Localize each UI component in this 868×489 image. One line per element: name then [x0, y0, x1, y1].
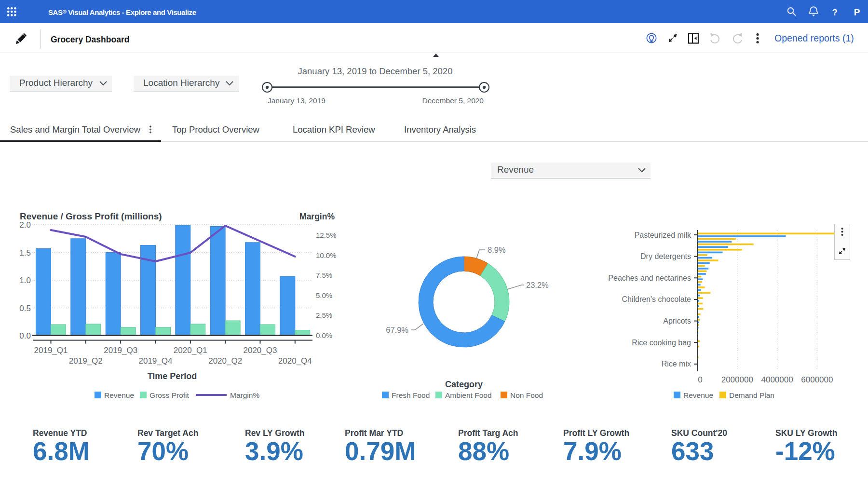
svg-text:Revenue: Revenue — [104, 391, 134, 399]
svg-text:Fresh Food: Fresh Food — [392, 391, 430, 399]
svg-text:2.0: 2.0 — [19, 220, 31, 230]
svg-text:23.2%: 23.2% — [526, 281, 549, 289]
svg-text:8.9%: 8.9% — [488, 245, 506, 254]
svg-text:2000000: 2000000 — [721, 375, 753, 384]
svg-text:2020_Q4: 2020_Q4 — [278, 356, 312, 366]
svg-text:2019_Q2: 2019_Q2 — [69, 356, 103, 366]
svg-text:Category: Category — [445, 380, 483, 389]
svg-text:2020_Q1: 2020_Q1 — [174, 346, 207, 355]
svg-text:Revenue: Revenue — [683, 391, 713, 399]
svg-text:Demand Plan: Demand Plan — [729, 391, 774, 399]
svg-text:7.5%: 7.5% — [316, 271, 332, 279]
svg-text:4000000: 4000000 — [761, 375, 793, 384]
svg-text:1.5: 1.5 — [19, 248, 31, 258]
svg-text:0.0%: 0.0% — [316, 331, 332, 340]
svg-text:Time Period: Time Period — [148, 371, 197, 381]
svg-text:Margin%: Margin% — [230, 391, 259, 399]
svg-text:Pasteurized milk: Pasteurized milk — [635, 231, 692, 239]
svg-text:Peaches and nectarines: Peaches and nectarines — [608, 274, 691, 282]
svg-text:Rice mix: Rice mix — [662, 360, 691, 368]
svg-text:Revenue / Gross Profit (millio: Revenue / Gross Profit (millions) — [20, 211, 162, 221]
svg-text:2019_Q4: 2019_Q4 — [139, 356, 173, 366]
svg-text:2020_Q2: 2020_Q2 — [208, 356, 242, 366]
svg-text:0.0: 0.0 — [19, 331, 31, 340]
svg-text:Non Food: Non Food — [510, 391, 543, 399]
svg-text:2020_Q3: 2020_Q3 — [244, 346, 277, 355]
svg-text:10.0%: 10.0% — [316, 251, 337, 259]
svg-text:Gross Profit: Gross Profit — [149, 391, 190, 399]
svg-text:Rice cooking bag: Rice cooking bag — [632, 339, 691, 347]
svg-text:0.5: 0.5 — [19, 304, 31, 313]
svg-text:2019_Q3: 2019_Q3 — [104, 346, 137, 355]
svg-text:2.5%: 2.5% — [316, 311, 332, 319]
svg-text:Dry detergents: Dry detergents — [640, 252, 691, 260]
svg-text:Ambient Food: Ambient Food — [445, 391, 492, 399]
svg-text:6000000: 6000000 — [801, 375, 833, 384]
svg-text:0: 0 — [698, 375, 702, 384]
svg-text:Margin%: Margin% — [299, 212, 335, 221]
svg-text:Children's chocolate: Children's chocolate — [622, 295, 691, 303]
svg-text:1.0: 1.0 — [19, 276, 31, 285]
svg-text:12.5%: 12.5% — [316, 231, 337, 239]
svg-text:Apricots: Apricots — [663, 317, 691, 325]
svg-text:67.9%: 67.9% — [386, 326, 408, 334]
svg-text:2019_Q1: 2019_Q1 — [34, 346, 68, 355]
svg-text:5.0%: 5.0% — [316, 291, 332, 299]
